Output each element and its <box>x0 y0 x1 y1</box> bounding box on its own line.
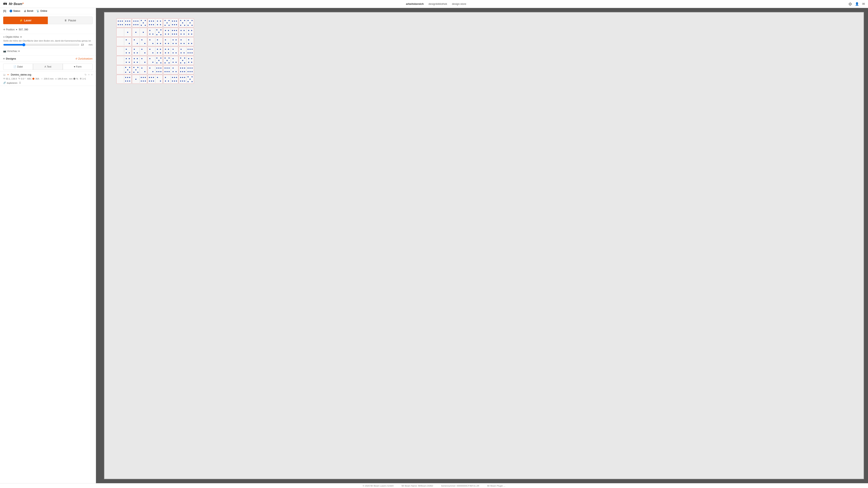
domino-tile <box>116 28 131 37</box>
meta-unit: mm % <box>69 77 78 80</box>
action-buttons: ⚡ Laser ⏸ Pause <box>0 14 96 27</box>
meta-link: ∞ 184.8 mm <box>55 77 67 80</box>
nav-design-store[interactable]: design-store <box>452 2 466 5</box>
designs-title: ≡ Designs <box>3 57 16 60</box>
status-indicator: 🔵 Status: <box>9 9 21 12</box>
meta-percent-val: % <box>76 77 78 80</box>
height-dropdown-arrow[interactable]: ▾ <box>21 36 22 38</box>
file-meta: ✛ 50.1, 138.9 ↻ 0.0 ° ABC 38A ↔ 209.5 mm… <box>3 77 93 84</box>
domino-half-top <box>148 37 155 46</box>
status-label: Status: <box>13 9 21 12</box>
meta-rotation: ↻ 0.0 ° <box>19 77 26 80</box>
logo-text: Mr Beam* <box>9 2 24 6</box>
file-title-row: 🗂 ✏ Domino_steine.svg <box>3 73 85 76</box>
vorschau-section: 📷 Vorschau: ▾ <box>0 48 96 56</box>
vorschau-label[interactable]: 📷 Vorschau: ▾ <box>3 50 20 53</box>
domino-half-top <box>132 66 140 74</box>
reset-button[interactable]: ↺ Zurücksetzen <box>75 57 93 60</box>
domino-tile <box>179 46 194 56</box>
domino-tile <box>179 37 194 46</box>
meta-height-val: 184.8 mm <box>58 77 67 80</box>
meta-rotation-val: 0.0 ° <box>21 77 26 80</box>
domino-half-top <box>148 75 155 84</box>
nav-right: ⏻ 👤 ✉ <box>848 2 865 6</box>
refresh-icon[interactable]: ↻ <box>85 73 87 76</box>
domino-half-bottom <box>171 75 178 84</box>
domino-tile <box>132 46 147 56</box>
navbar: 🕶 Mr Beam* arbeitsbereich designbiblioth… <box>0 0 868 8</box>
meta-unit-val: mm <box>69 77 72 80</box>
domino-half-bottom <box>171 66 178 74</box>
file-header: 🗂 ✏ Domino_steine.svg ↻ + × <box>3 73 93 76</box>
power-icon[interactable]: ⏻ <box>848 2 852 6</box>
domino-tile <box>132 56 147 65</box>
color-grey-dot <box>73 78 75 80</box>
laser-button[interactable]: ⚡ Laser <box>3 17 48 24</box>
tab-text[interactable]: A Text <box>33 64 63 70</box>
domino-half-top <box>117 66 124 74</box>
domino-tile <box>163 46 178 56</box>
camera-icon: 📷 <box>3 50 6 53</box>
tab-datei[interactable]: 📄 Datei <box>3 64 33 70</box>
domino-half-bottom <box>140 66 147 74</box>
domino-tile <box>148 65 163 74</box>
crosshair-icon: ✛ <box>3 28 5 31</box>
domino-half-top <box>148 28 155 37</box>
position-section: ✛ Position: ▾ 507, 390 <box>0 27 96 34</box>
domino-tile <box>163 28 178 37</box>
domino-tile <box>116 56 131 65</box>
bereit-icon: 🖨 <box>24 9 26 12</box>
menu-icon[interactable]: ☰ <box>19 82 21 84</box>
list-icon: ≡ <box>3 57 5 60</box>
meta-position: ✛ 50.1, 138.9 <box>3 77 17 80</box>
domino-half-top <box>179 47 186 55</box>
file-actions: ↻ + × <box>85 73 93 76</box>
vorschau-arrow[interactable]: ▾ <box>19 50 20 53</box>
domino-tile <box>148 56 163 65</box>
domino-half-bottom <box>171 56 178 65</box>
footer-plugin: Mr Beam Plugin ... <box>487 485 505 487</box>
duplicate-label: duplizieren <box>7 82 18 84</box>
left-panel: [S] 🔵 Status: 🖨 Bereit 📡 Online ⚡ Laser … <box>0 8 96 483</box>
domino-half-bottom <box>155 56 163 65</box>
add-icon[interactable]: + <box>88 73 90 76</box>
height-slider[interactable] <box>3 43 80 46</box>
domino-half-bottom <box>171 19 178 27</box>
domino-tile <box>179 65 194 74</box>
domino-half-top <box>179 37 186 46</box>
domino-half-bottom <box>187 66 194 74</box>
nav-designbibliothek[interactable]: designbibliothek <box>429 2 447 5</box>
online-indicator: 📡 Online <box>36 9 47 12</box>
nav-arbeitsbereich[interactable]: arbeitsbereich <box>406 2 424 5</box>
domino-tile <box>148 75 163 84</box>
domino-half-bottom <box>140 19 147 27</box>
duplicate-button[interactable]: 🔗 duplizieren <box>3 82 18 84</box>
position-row: ✛ Position: ▾ 507, 390 <box>3 28 93 31</box>
status-bar: [S] 🔵 Status: 🖨 Bereit 📡 Online <box>0 8 96 14</box>
tab-form[interactable]: ♥ Form <box>63 64 93 70</box>
domino-tile <box>179 56 194 65</box>
height-icon: ≡ <box>3 36 5 38</box>
domino-half-bottom <box>140 75 147 84</box>
domino-half-top <box>179 75 186 84</box>
user-icon[interactable]: 👤 <box>855 2 859 6</box>
file-item: 🗂 ✏ Domino_steine.svg ↻ + × ✛ 50.1, 138.… <box>0 72 96 86</box>
domino-tile <box>179 19 194 27</box>
mail-icon[interactable]: ✉ <box>862 2 865 6</box>
meta-width-val: 209.5 mm <box>44 77 54 80</box>
meta-scale-val: 1×1 <box>82 77 86 80</box>
domino-tile <box>163 75 178 84</box>
dropdown-arrow[interactable]: ▾ <box>16 28 17 31</box>
pause-button[interactable]: ⏸ Pause <box>48 17 93 24</box>
position-label: ✛ Position: ▾ <box>3 28 17 31</box>
domino-half-top <box>117 56 124 65</box>
close-icon[interactable]: × <box>91 73 93 76</box>
domino-half-top <box>132 37 140 46</box>
domino-tile <box>179 75 194 84</box>
domino-tile <box>132 19 147 27</box>
bereit-label: Bereit <box>27 9 33 12</box>
domino-half-top <box>132 56 140 65</box>
s-indicator: [S] <box>3 9 6 12</box>
domino-half-bottom <box>187 47 194 55</box>
nav-links: arbeitsbereich designbibliothek design-s… <box>406 2 466 5</box>
